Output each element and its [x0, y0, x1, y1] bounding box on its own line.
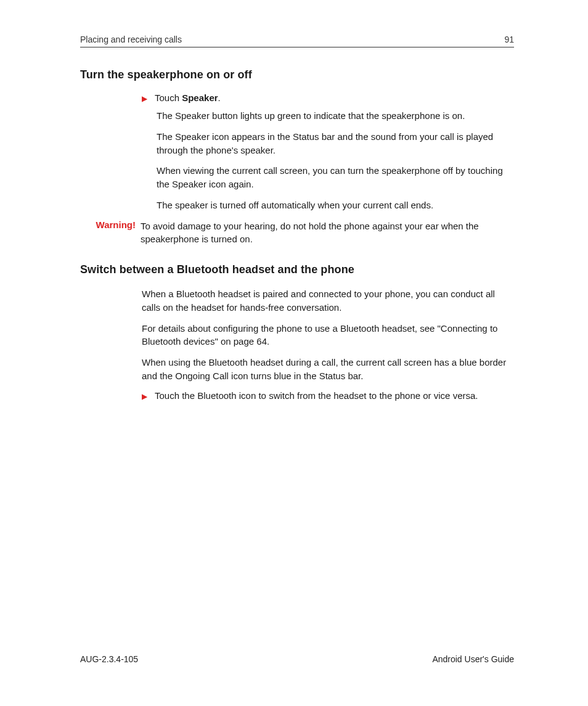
page-number: 91: [504, 35, 514, 44]
paragraph: The Speaker button lights up green to in…: [157, 109, 514, 123]
triangle-bullet-icon: ▶: [142, 94, 147, 103]
section-title-speakerphone: Turn the speakerphone on or off: [80, 68, 514, 81]
paragraph: When a Bluetooth headset is paired and c…: [142, 287, 514, 314]
action-item-bluetooth: ▶ Touch the Bluetooth icon to switch fro…: [142, 390, 514, 401]
chapter-title: Placing and receiving calls: [80, 35, 182, 44]
action-suffix: .: [218, 92, 221, 103]
warning-label: Warning!: [91, 220, 141, 230]
action-item-speaker: ▶ Touch Speaker.: [142, 92, 514, 103]
paragraph: For details about configuring the phone …: [142, 322, 514, 349]
paragraph: The Speaker icon appears in the Status b…: [157, 130, 514, 157]
action-line: Touch Speaker.: [155, 92, 221, 103]
page-header: Placing and receiving calls 91: [80, 35, 514, 47]
warning-callout: Warning! To avoid damage to your hearing…: [91, 220, 514, 247]
section-title-bluetooth: Switch between a Bluetooth headset and t…: [80, 263, 514, 276]
paragraph: When using the Bluetooth headset during …: [142, 356, 514, 383]
warning-text: To avoid damage to your hearing, do not …: [141, 220, 514, 247]
doc-title: Android User's Guide: [432, 654, 514, 664]
page-footer: AUG-2.3.4-105 Android User's Guide: [80, 654, 514, 664]
paragraph: The speaker is turned off automatically …: [157, 199, 514, 212]
action-bold: Speaker: [182, 92, 218, 103]
bullet-text: Touch the Bluetooth icon to switch from …: [155, 390, 478, 401]
action-prefix: Touch: [155, 92, 182, 103]
triangle-bullet-icon: ▶: [142, 392, 147, 401]
doc-id: AUG-2.3.4-105: [80, 654, 138, 664]
paragraph: When viewing the current call screen, yo…: [157, 164, 514, 191]
